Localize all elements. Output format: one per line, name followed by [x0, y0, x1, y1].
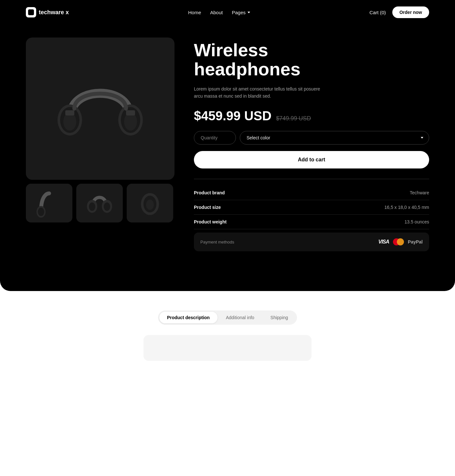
detail-value-brand: Techware: [410, 190, 429, 195]
add-to-cart-button[interactable]: Add to cart: [194, 151, 429, 168]
tabs-section: Product description Additional info Ship…: [0, 291, 455, 374]
nav-home[interactable]: Home: [188, 10, 201, 15]
tab-product-description[interactable]: Product description: [159, 312, 217, 323]
detail-label-brand: Product brand: [194, 190, 225, 195]
product-title: Wireless headphones: [194, 41, 429, 79]
nav-about[interactable]: About: [210, 10, 223, 15]
detail-label-size: Product size: [194, 205, 221, 210]
price-current: $459.99 USD: [194, 109, 271, 123]
paypal-icon: PayPal: [408, 239, 423, 244]
detail-row-weight: Product weight 13.5 ounces: [194, 215, 429, 229]
detail-value-size: 16,5 x 18,0 x 40,5 mm: [384, 205, 429, 210]
main-product-image[interactable]: [26, 38, 175, 180]
tabs-container: Product description Additional info Ship…: [26, 310, 429, 325]
payment-row: Payment methods VISA PayPal: [194, 233, 429, 251]
product-details: Product brand Techware Product size 16,5…: [194, 179, 429, 251]
tab-additional-info[interactable]: Additional info: [218, 312, 262, 323]
thumbnail-2[interactable]: [76, 184, 123, 222]
product-info: Wireless headphones Lorem ipsum dolor si…: [194, 38, 429, 251]
payment-icons: VISA PayPal: [378, 238, 423, 245]
svg-rect-7: [126, 110, 135, 115]
detail-row-size: Product size 16,5 x 18,0 x 40,5 mm: [194, 200, 429, 215]
visa-icon: VISA: [378, 239, 389, 245]
cart-link[interactable]: Cart (0): [369, 10, 386, 15]
quantity-input[interactable]: [194, 131, 236, 145]
svg-point-16: [146, 200, 154, 210]
detail-value-weight: 13.5 ounces: [405, 219, 429, 224]
nav-pages-label: Pages: [232, 10, 246, 15]
product-title-line1: Wireless: [194, 40, 268, 60]
thumbnail-row: [26, 184, 175, 222]
color-select[interactable]: Select color Black White Silver Rose Gol…: [240, 131, 429, 145]
product-description: Lorem ipsum dolor sit amet consectetur t…: [194, 85, 323, 100]
svg-rect-6: [65, 110, 74, 115]
detail-label-weight: Product weight: [194, 219, 227, 224]
thumbnail-1-image: [35, 189, 64, 218]
thumbnail-3[interactable]: [127, 184, 173, 222]
svg-point-9: [38, 208, 44, 216]
thumbnail-3-image: [135, 189, 164, 218]
product-section: Wireless headphones Lorem ipsum dolor si…: [0, 25, 455, 251]
thumbnail-1[interactable]: [26, 184, 72, 222]
price-original: $749.99 USD: [276, 115, 311, 122]
product-images: [26, 38, 175, 222]
color-select-wrapper: Select color Black White Silver Rose Gol…: [240, 131, 429, 145]
tab-shipping[interactable]: Shipping: [263, 312, 296, 323]
detail-row-brand: Product brand Techware: [194, 186, 429, 200]
nav-links: Home About Pages: [188, 10, 250, 15]
svg-point-12: [89, 202, 95, 211]
controls-row: Select color Black White Silver Rose Gol…: [194, 131, 429, 145]
navbar: techware x Home About Pages Cart (0) Ord…: [0, 0, 455, 25]
tabs-bar: Product description Additional info Ship…: [158, 310, 297, 325]
mastercard-icon: [393, 238, 404, 245]
payment-methods-label: Payment methods: [200, 240, 234, 244]
logo[interactable]: techware x: [26, 7, 69, 17]
brand-name: techware x: [39, 9, 69, 16]
tab-content: [143, 335, 312, 361]
thumbnail-2-image: [85, 189, 114, 218]
order-now-button[interactable]: Order now: [392, 6, 429, 18]
nav-right: Cart (0) Order now: [369, 6, 429, 18]
chevron-down-icon: [248, 12, 250, 13]
product-title-line2: headphones: [194, 59, 301, 79]
price-row: $459.99 USD $749.99 USD: [194, 109, 429, 123]
nav-pages[interactable]: Pages: [232, 10, 250, 15]
headphones-illustration: [45, 54, 155, 164]
svg-point-13: [104, 202, 110, 211]
logo-icon: [26, 7, 36, 17]
